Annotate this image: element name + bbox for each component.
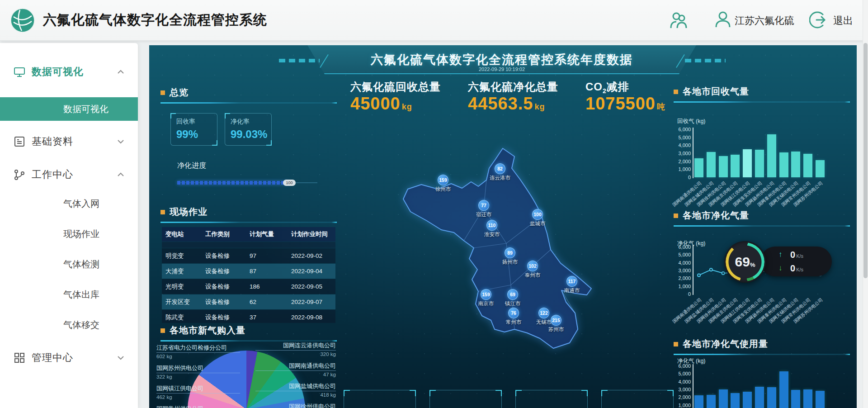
network-speed-widget[interactable]: ↑ 0 K/s ↓ 0 K/s [760,247,832,276]
app-logo-icon [10,8,35,33]
bar [719,156,728,177]
map-city-bubble: 76 [508,308,519,318]
user-avatar-icon[interactable] [713,10,732,29]
map-city-label: 镇江市 [505,300,521,307]
table-cell: 设备检修 [205,294,250,309]
sidebar-subitem-label: 数据可视化 [63,103,108,115]
pie-label-value: 462 kg [156,394,240,400]
sidebar-subitem-gas-outbound[interactable]: 气体出库 [0,284,138,305]
bar [803,389,812,408]
users-icon[interactable] [668,10,689,31]
pie-label-value: 47 kg [255,372,336,377]
sidebar-subitem-gas-network-entry[interactable]: 气体入网 [0,193,138,214]
section-bullet [674,213,678,218]
table-cell: 186 [250,279,291,294]
purify-rate-label: 净化率 [231,118,250,126]
table-cell: 光明变 [162,279,205,294]
pie-label: 国网徐州供电公司450 kg [255,403,336,408]
stat-number: 44563.5 [468,94,533,113]
pie-label-name: 国网镇江供电公司 [156,384,240,394]
map-city-bubble: 100 [532,209,543,220]
pie-label: 江苏省电力公司检修分公司602 kg [156,344,240,359]
bar [779,152,788,177]
y-axis-tick: 1,000 [674,166,691,172]
column-header: 工作类别 [205,227,250,242]
section-underline [674,225,850,227]
stat-frame [515,390,588,408]
pie-label: 国网常州供电公司420 kg [156,405,240,408]
pie-labels-left: 江苏省电力公司检修分公司602 kg国网苏州供电公司322 kg国网镇江供电公司… [156,344,240,408]
y-axis-tick: 4,000 [674,379,691,384]
map-city-bubble: 102 [527,261,538,271]
y-axis-tick: 0 [674,175,691,180]
table-cell: 87 [250,264,291,279]
progress-badge: 100 [283,180,296,186]
bar [743,149,752,177]
sidebar-item-data-visualization[interactable]: 数据可视化 [0,60,138,84]
y-axis-tick: 2,000 [674,394,691,400]
page-scrollbar[interactable] [863,0,868,408]
map-city-label: 徐州市 [435,186,451,193]
pie-label-name: 国网连云港供电公司 [255,342,336,351]
chevron-up-icon [117,70,124,74]
section-underline [674,101,850,103]
map-city-bubble: 110 [486,220,497,231]
gauge-percent: 69 [735,254,750,270]
y-axis-tick: 2,000 [674,159,691,164]
section-bullet [160,90,165,95]
sidebar-subitem-gas-transfer[interactable]: 气体移交 [0,314,138,335]
map-city-bubble: 69 [507,289,518,300]
sidebar-item-basic-data[interactable]: 基础资料 [0,130,138,153]
map-city-bubble: 122 [538,308,549,318]
monitor-icon [14,66,25,78]
recycle-rate-card: 回收率 99% [170,113,217,146]
bar [767,134,776,177]
sidebar-item-management-center[interactable]: 管理中心 [0,346,138,370]
map-city-bubble: 89 [505,247,515,258]
pie-label-value: 602 kg [156,354,240,359]
logout-icon[interactable] [809,11,827,29]
table-row: 明觉变设备检修972022-09-02 [162,248,335,263]
stat-number: 1075500 [585,94,656,113]
download-speed-value: 0 [790,263,795,274]
section-field-operations: 现场作业 [160,207,337,225]
section-underline [160,222,337,223]
user-name[interactable]: 江苏六氟化硫 [735,14,794,28]
table-cell: 陈武变 [162,310,205,323]
logout-button[interactable]: 退出 [833,14,853,28]
bar [791,152,800,177]
map-city-label: 淮安市 [484,231,500,238]
map-city-label: 常州市 [506,319,522,326]
table-cell: 设备检修 [205,248,250,263]
recycle-total-title: 六氟化硫回收总量 [350,80,441,94]
percentage-gauge[interactable]: 69 % [724,241,766,283]
map-city-bubble: 82 [495,163,505,174]
map-city-label: 南京市 [478,300,494,307]
bar [719,389,728,408]
app-title: 六氟化硫气体数字化全流程管控系统 [43,11,267,29]
sidebar-subitem-data-visualization[interactable]: 数据可视化 [0,97,138,121]
recycle-total-value: 45000kg [350,94,412,114]
map-city-label: 盐城市 [530,220,546,227]
sidebar-subitem-field-operations[interactable]: 现场作业 [0,223,138,244]
sidebar-subitem-gas-testing[interactable]: 气体检测 [0,254,138,275]
pie-label-name: 国网苏州供电公司 [156,364,240,373]
table-cell: 2022-09-08 [291,310,335,323]
sidebar-subitem-label: 气体检测 [63,258,99,270]
table-cell: 设备检修 [205,310,250,323]
section-bullet [160,210,165,214]
sidebar: 数据可视化 数据可视化 基础资料 [0,43,138,408]
stat-unit: kg [534,102,545,111]
progress-fill [177,181,289,185]
bar [707,152,716,177]
table-cell: 大浦变 [162,264,205,279]
sidebar-subitem-label: 现场作业 [63,228,99,240]
sidebar-item-work-center[interactable]: 工作中心 [0,163,138,186]
table-row: 大浦变设备检修872022-09-04 [162,264,335,279]
scrollbar-thumb[interactable] [863,43,868,278]
table-cell: 62 [250,294,291,309]
y-axis-tick: 3,000 [674,151,691,156]
recycle-rate-label: 回收率 [176,118,195,126]
recycle-bar-chart: 回收气 (kg) 01,0002,0003,0004,0005,0006,000… [674,117,857,221]
stat-frame [429,390,502,408]
